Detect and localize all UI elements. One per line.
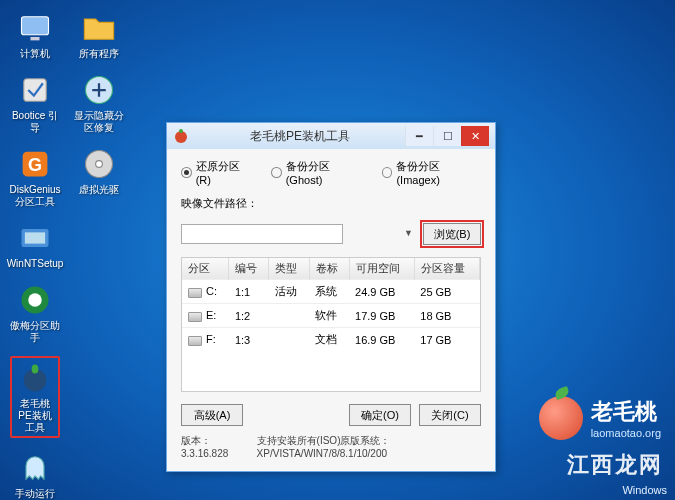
winnt-icon xyxy=(17,220,53,256)
radio-label: 备份分区(Imagex) xyxy=(396,159,481,186)
col-number[interactable]: 编号 xyxy=(229,258,269,280)
mode-radio-group: 还原分区(R) 备份分区(Ghost) 备份分区(Imagex) xyxy=(181,159,481,186)
radio-dot-icon xyxy=(382,167,393,178)
app-window: 老毛桃PE装机工具 ━ ☐ ✕ 还原分区(R) 备份分区(Ghost) 备份分区… xyxy=(166,122,496,472)
brand-logo: 老毛桃 laomaotao.org xyxy=(539,396,661,440)
close-window-button[interactable]: 关闭(C) xyxy=(419,404,481,426)
drive-icon xyxy=(188,312,202,322)
desktop-icon-vdrive[interactable]: 虚拟光驱 xyxy=(74,146,124,208)
desktop-icon-label: 计算机 xyxy=(20,48,50,60)
desktop-icon-partfix[interactable]: 显示隐藏分区修复 xyxy=(74,72,124,134)
desktop-icon-label: 虚拟光驱 xyxy=(79,184,119,196)
aomei-icon xyxy=(17,282,53,318)
os-watermark: Windows xyxy=(622,484,667,496)
radio-backup-ghost[interactable]: 备份分区(Ghost) xyxy=(271,159,364,186)
svg-point-15 xyxy=(179,129,183,133)
table-row[interactable]: E:1:2软件17.9 GB18 GB xyxy=(182,304,480,328)
desktop-icon-winnt[interactable]: WinNTSetup xyxy=(10,220,60,270)
svg-point-11 xyxy=(28,293,42,307)
close-button[interactable]: ✕ xyxy=(461,126,489,146)
desktop-icon-diskgenius[interactable]: G DiskGenius分区工具 xyxy=(10,146,60,208)
drive-icon xyxy=(188,336,202,346)
brand-url: laomaotao.org xyxy=(591,427,661,439)
peach-logo-icon xyxy=(539,396,583,440)
window-controls: ━ ☐ ✕ xyxy=(405,126,489,146)
col-label[interactable]: 卷标 xyxy=(309,258,349,280)
computer-icon xyxy=(17,10,53,46)
desktop-icon-aomei[interactable]: 傲梅分区助手 xyxy=(10,282,60,344)
table-header-row: 分区 编号 类型 卷标 可用空间 分区容量 xyxy=(182,258,480,280)
desktop-icon-programs[interactable]: 所有程序 xyxy=(74,10,124,60)
watermark-text: 江西龙网 xyxy=(567,450,663,480)
desktop-icon-label: Bootice 引导 xyxy=(10,110,60,134)
col-type[interactable]: 类型 xyxy=(269,258,309,280)
desktop-icon-label: WinNTSetup xyxy=(7,258,64,270)
advanced-button[interactable]: 高级(A) xyxy=(181,404,243,426)
desktop-icons: 计算机 所有程序 Bootice 引导 显示隐藏分区修复 G Di xyxy=(10,10,124,500)
titlebar[interactable]: 老毛桃PE装机工具 ━ ☐ ✕ xyxy=(167,123,495,149)
ghost-icon xyxy=(17,450,53,486)
desktop-icon-label: DiskGenius分区工具 xyxy=(9,184,60,208)
cd-icon xyxy=(81,146,117,182)
window-title: 老毛桃PE装机工具 xyxy=(195,128,405,145)
table-empty-space xyxy=(182,351,480,391)
partfix-icon xyxy=(81,72,117,108)
image-path-row: 映像文件路径： xyxy=(181,196,481,211)
brand-name: 老毛桃 xyxy=(591,397,661,427)
svg-point-13 xyxy=(32,365,39,374)
diskgenius-icon: G xyxy=(17,146,53,182)
button-row: 高级(A) 确定(O) 关闭(C) xyxy=(181,404,481,426)
peach-icon xyxy=(17,360,53,396)
col-partition[interactable]: 分区 xyxy=(182,258,229,280)
drive-icon xyxy=(188,288,202,298)
col-free[interactable]: 可用空间 xyxy=(349,258,414,280)
radio-label: 备份分区(Ghost) xyxy=(286,159,364,186)
radio-restore[interactable]: 还原分区(R) xyxy=(181,159,253,186)
svg-rect-9 xyxy=(25,232,45,243)
svg-rect-2 xyxy=(24,79,47,102)
ok-button[interactable]: 确定(O) xyxy=(349,404,411,426)
path-label: 映像文件路径： xyxy=(181,196,258,211)
chevron-down-icon: ▼ xyxy=(404,228,413,238)
maximize-button[interactable]: ☐ xyxy=(433,126,461,146)
image-path-input[interactable] xyxy=(181,224,343,244)
svg-text:G: G xyxy=(28,155,42,175)
desktop-icon-label: 手动运行Ghost xyxy=(15,488,55,500)
minimize-button[interactable]: ━ xyxy=(405,126,433,146)
version-info: 版本：3.3.16.828 支持安装所有(ISO)原版系统：XP/VISTA/W… xyxy=(181,434,481,459)
table-row[interactable]: F:1:3文档16.9 GB17 GB xyxy=(182,328,480,352)
desktop-icon-ghost[interactable]: 手动运行Ghost xyxy=(10,450,60,500)
radio-backup-imagex[interactable]: 备份分区(Imagex) xyxy=(382,159,481,186)
radio-dot-icon xyxy=(181,167,192,178)
desktop-icon-label: 老毛桃PE装机工具 xyxy=(14,398,56,434)
svg-rect-0 xyxy=(22,17,49,35)
table-row[interactable]: C:1:1活动系统24.9 GB25 GB xyxy=(182,280,480,304)
col-capacity[interactable]: 分区容量 xyxy=(414,258,479,280)
desktop-icon-lmtpe[interactable]: 老毛桃PE装机工具 xyxy=(10,356,60,438)
support-text: 支持安装所有(ISO)原版系统：XP/VISTA/WIN7/8/8.1/10/2… xyxy=(257,434,481,459)
folder-icon xyxy=(81,10,117,46)
radio-dot-icon xyxy=(271,167,282,178)
desktop-icon-label: 傲梅分区助手 xyxy=(10,320,60,344)
image-path-controls: ▼ 浏览(B) xyxy=(181,223,481,245)
svg-point-7 xyxy=(96,161,103,168)
desktop-icon-computer[interactable]: 计算机 xyxy=(10,10,60,60)
browse-button[interactable]: 浏览(B) xyxy=(423,223,481,245)
bootice-icon xyxy=(17,72,53,108)
desktop-icon-label: 显示隐藏分区修复 xyxy=(74,110,124,134)
app-icon xyxy=(173,128,189,144)
partition-table: 分区 编号 类型 卷标 可用空间 分区容量 C:1:1活动系统24.9 GB25… xyxy=(181,257,481,392)
radio-label: 还原分区(R) xyxy=(196,159,253,186)
window-body: 还原分区(R) 备份分区(Ghost) 备份分区(Imagex) 映像文件路径：… xyxy=(167,149,495,471)
desktop-icon-label: 所有程序 xyxy=(79,48,119,60)
desktop-icon-bootice[interactable]: Bootice 引导 xyxy=(10,72,60,134)
svg-rect-1 xyxy=(31,37,40,40)
